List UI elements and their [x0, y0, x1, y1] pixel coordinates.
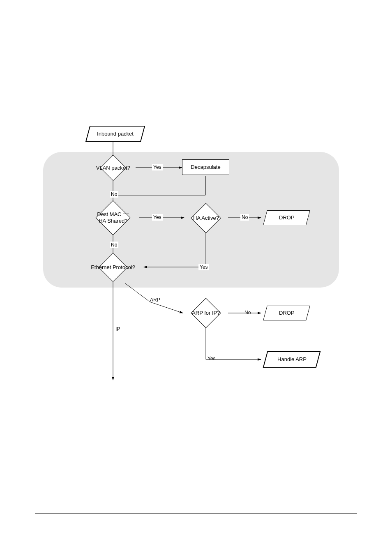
node-drop1: DROP: [263, 210, 310, 225]
node-handle-arp: Handle ARP: [263, 351, 321, 368]
label-yes-destmac: Yes: [152, 214, 163, 221]
inbound-label: Inbound packet: [97, 131, 134, 137]
arpforip-label: ARP for IP?: [192, 310, 220, 316]
node-decapsulate: Decapsulate: [182, 159, 229, 175]
destmac-label: Dest MAC ==HA Shared?: [97, 211, 129, 224]
vlan-label: VLAN packet?: [96, 165, 130, 171]
node-inbound-packet: Inbound packet: [85, 126, 145, 142]
handlearp-label: Handle ARP: [277, 356, 307, 363]
label-no-vlan: No: [110, 191, 118, 198]
label-no-arpforip: No: [244, 310, 251, 315]
label-arp: ARP: [150, 297, 160, 303]
ethernet-label: Ethernet Protocol?: [91, 264, 135, 271]
drop1-label: DROP: [279, 214, 295, 221]
haactive-label: HA Active?: [193, 215, 219, 221]
label-no-destmac: No: [110, 242, 118, 248]
label-yes-arpforip: Yes: [208, 356, 216, 362]
node-arpforip-decision: ARP for IP?: [191, 298, 221, 328]
label-ip: IP: [115, 326, 120, 332]
label-yes-vlan: Yes: [152, 164, 163, 170]
label-yes-haactive: Yes: [198, 264, 209, 270]
drop2-label: DROP: [279, 310, 295, 316]
decapsulate-label: Decapsulate: [191, 164, 220, 170]
label-no-haactive: No: [240, 214, 249, 221]
flowchart-diagram: Inbound packet VLAN packet? Decapsulate …: [43, 123, 339, 394]
node-drop2: DROP: [263, 306, 310, 320]
